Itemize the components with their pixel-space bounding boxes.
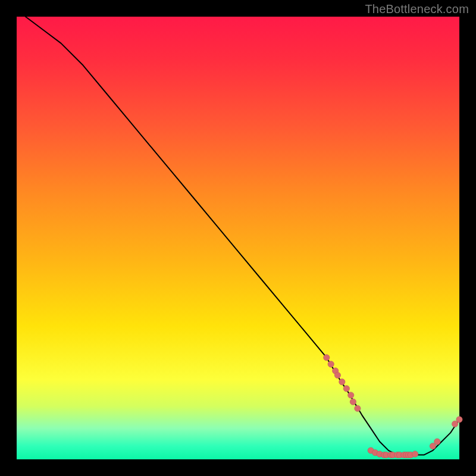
data-marker [434,439,440,444]
bottleneck-curve [26,17,459,455]
data-marker [334,372,340,378]
watermark-text: TheBottleneck.com [365,2,469,16]
frame-right [459,0,476,476]
data-marker [328,361,334,367]
plot-area [17,17,459,459]
data-marker [348,392,354,398]
frame-bottom [0,459,476,476]
curve-svg [17,17,459,459]
data-marker [339,379,345,385]
data-marker [324,355,330,361]
frame-left [0,0,17,476]
data-marker [343,386,349,392]
data-marker [350,399,356,405]
data-marker [412,451,418,457]
data-marker [456,416,462,422]
chart-stage: TheBottleneck.com [0,0,476,476]
data-marker [355,405,361,411]
